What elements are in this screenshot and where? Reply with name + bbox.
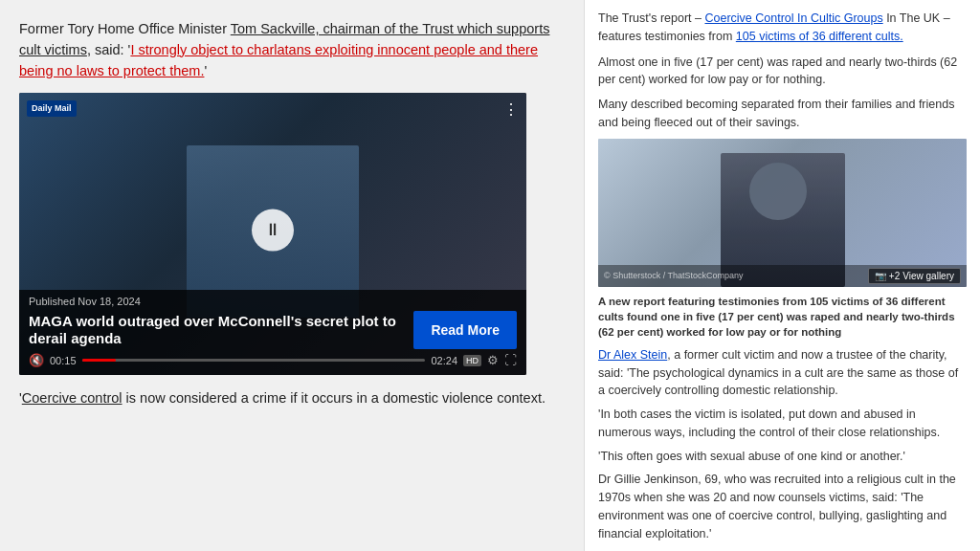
coercive-text-after: is now considered a crime if it occurs i… [122, 390, 546, 406]
image-credit: © Shutterstock / ThatStockCompany [604, 271, 744, 280]
video-lower-bar: Published Nov 18, 2024 MAGA world outrag… [19, 290, 526, 375]
time-total: 02:24 [431, 355, 457, 366]
article-text-said: , said: ' [87, 42, 130, 57]
victims-link[interactable]: 105 victims of 36 different cults. [736, 30, 903, 43]
coercive-control-link[interactable]: Coercive control [22, 390, 122, 406]
play-pause-button[interactable] [252, 209, 294, 251]
right-panel: The Trust's report – Coercive Control In… [584, 0, 980, 551]
video-player[interactable]: Daily Mail ⋮ Published Nov 18, 2024 MAGA… [19, 93, 526, 375]
fullscreen-icon[interactable]: ⛶ [504, 353, 517, 367]
image-overlay: © Shutterstock / ThatStockCompany 📷 +2 V… [598, 265, 967, 287]
video-menu-dots[interactable]: ⋮ [503, 100, 519, 119]
hd-badge: HD [463, 355, 481, 366]
right-para-1: Almost one in five (17 per cent) was rap… [598, 54, 967, 90]
article-intro: Former Tory Home Office Minister Tom Sac… [19, 19, 565, 81]
gallery-plus: +2 [889, 271, 900, 281]
article-quote-end: ' [204, 63, 207, 78]
coercive-control-text: 'Coercive control is now considered a cr… [19, 388, 565, 409]
gallery-camera-icon: 📷 [875, 271, 886, 281]
progress-fill [82, 359, 117, 362]
gallery-label: View gallery [902, 271, 954, 281]
dr-gillie-quote: Dr Gillie Jenkinson, 69, who was recruit… [598, 471, 967, 542]
image-caption: A new report featuring testimonies from … [598, 294, 967, 340]
video-headline: MAGA world outraged over McConnell's sec… [29, 313, 406, 347]
time-current: 00:15 [50, 355, 77, 366]
settings-icon[interactable]: ⚙ [487, 353, 499, 367]
right-intro: The Trust's report – Coercive Control In… [598, 10, 967, 46]
coercive-control-cultic-link[interactable]: Coercive Control In Cultic Groups [704, 11, 882, 25]
video-controls: 🔇 00:15 02:24 HD ⚙ ⛶ [29, 353, 517, 367]
progress-bar[interactable] [82, 359, 426, 362]
daily-mail-badge: Daily Mail [27, 100, 77, 117]
dr-alex-quote: Dr Alex Stein, a former cult victim and … [598, 346, 967, 400]
quote-sexual-abuse: 'This often goes with sexual abuse of on… [598, 448, 967, 466]
video-headline-row: MAGA world outraged over McConnell's sec… [29, 311, 517, 349]
article-text-before-link: Former Tory Home Office Minister [19, 21, 231, 36]
intro-text-1: The Trust's report – [598, 11, 704, 25]
right-para-2: Many described becoming separated from t… [598, 96, 967, 132]
read-more-button[interactable]: Read More [413, 311, 517, 349]
quote-isolated: 'In both cases the victim is isolated, p… [598, 406, 967, 442]
view-gallery-button[interactable]: 📷 +2 View gallery [868, 268, 961, 284]
left-panel: Former Tory Home Office Minister Tom Sac… [0, 0, 584, 551]
mute-icon[interactable]: 🔇 [29, 353, 44, 367]
right-image: © Shutterstock / ThatStockCompany 📷 +2 V… [598, 139, 967, 287]
dr-alex-link[interactable]: Dr Alex Stein [598, 348, 667, 362]
video-published-date: Published Nov 18, 2024 [29, 296, 517, 307]
